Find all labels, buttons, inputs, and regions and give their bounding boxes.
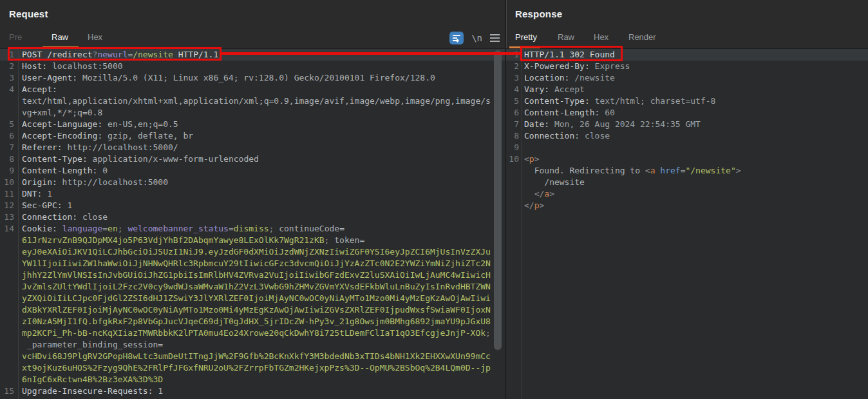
code-text: Accept-Encoding: gzip, deflate, br bbox=[22, 130, 193, 142]
code-segment: = bbox=[229, 224, 234, 233]
code-line: 8Connection: close bbox=[506, 130, 868, 142]
code-text: Connection: close bbox=[524, 130, 610, 142]
line-number: 12 bbox=[0, 200, 14, 211]
code-segment: Accept bbox=[549, 84, 585, 94]
code-line: yZXQiOiIiLCJpc0FjdGl2ZSI6dHJ1ZSwiY3JlYXR… bbox=[0, 293, 505, 304]
code-text: _parameter_binding_session= bbox=[22, 339, 163, 351]
code-text: Content-Type: text/html; charset=utf-8 bbox=[524, 95, 715, 107]
request-tab-pre[interactable]: Pre bbox=[9, 32, 22, 42]
code-line: vg+xml,*/*;q=0.8 bbox=[0, 107, 505, 119]
code-segment: Content-Type: bbox=[22, 154, 88, 164]
response-tab-pretty[interactable]: Pretty bbox=[515, 32, 537, 42]
code-line: eyJ0eXAiOiJKV1QiLCJhbGciOiJSUzI1NiJ9.eyJ… bbox=[0, 246, 505, 258]
code-line: xt9ojKuz6uHOS%2Fzyg9QhE%2FRlPfJFGxfNRU2o… bbox=[0, 362, 505, 374]
response-tab-bar: PrettyRawHexRender bbox=[506, 28, 868, 48]
code-text: Content-Type: application/x-www-form-url… bbox=[22, 153, 259, 165]
code-segment: HTTP/1.1 bbox=[173, 50, 218, 59]
show-newlines-icon[interactable]: \n bbox=[471, 33, 482, 43]
code-segment: 60 bbox=[599, 108, 614, 117]
code-text: Found. Redirecting to <a href="/newsite"… bbox=[524, 165, 741, 177]
code-line: YW1lIjoiIiwiZW1haWwiOiJjNHNwQHRlc3Rpbmcu… bbox=[0, 258, 505, 269]
code-segment: xt9ojKuz6uHOS%2Fzyg9QhE%2FRlPfJFGxfNRU2o… bbox=[22, 363, 491, 373]
response-tab-raw[interactable]: Raw bbox=[558, 32, 574, 42]
code-line: 11DNT: 1 bbox=[0, 188, 505, 200]
code-line: 6Content-Length: 60 bbox=[506, 107, 868, 119]
code-text: zI0NzA5MjI1fQ.bfgkRxF2p8VbGpJucVJqeC69dj… bbox=[22, 316, 491, 327]
response-gutter-separator bbox=[522, 49, 522, 399]
code-segment: jhhY2ZlYmVlNSIsInJvbGUiOiJhZG1pbiIsImRlb… bbox=[22, 270, 491, 280]
code-segment: ; bbox=[269, 224, 279, 233]
code-line: Found. Redirecting to <a href="/newsite"… bbox=[506, 165, 868, 177]
code-segment: vg+xml,*/*;q=0.8 bbox=[22, 108, 102, 117]
line-number: 6 bbox=[506, 107, 519, 119]
line-number: 14 bbox=[0, 223, 14, 235]
line-number: 1 bbox=[0, 49, 14, 61]
code-segment: Connection: bbox=[524, 131, 580, 141]
code-line: vcHDvi68J9PlgRV2GPopH8wLtc3umDeUtITngJjW… bbox=[0, 351, 505, 362]
prettify-toggle-icon[interactable] bbox=[449, 32, 464, 44]
line-number: 6 bbox=[0, 130, 14, 142]
code-segment: text/html,application/xhtml+xml,applicat… bbox=[22, 96, 491, 106]
request-editor[interactable]: 1POST /redirect?newurl=/newsite HTTP/1.1… bbox=[0, 48, 505, 399]
request-scrollbar-thumb[interactable] bbox=[494, 50, 502, 350]
code-text: eyJ0eXAiOiJKV1QiLCJhbGciOiJSUzI1NiJ9.eyJ… bbox=[22, 246, 491, 258]
code-segment: http://localhost:5000 bbox=[57, 177, 168, 187]
request-tab-hex[interactable]: Hex bbox=[88, 32, 102, 42]
code-line: </a> bbox=[506, 188, 868, 200]
request-tab-bar: PreRawHex bbox=[0, 28, 505, 48]
code-segment: zI0NzA5MjI1fQ.bfgkRxF2p8VbGpJucVJqeC69dj… bbox=[22, 316, 491, 326]
code-text: Location: /newsite bbox=[524, 72, 615, 84]
code-text: 61JrNzrvZnB9QJDpMX4jo5P63VdjYhBf2DAbqmYa… bbox=[22, 235, 364, 246]
code-segment: Location: bbox=[524, 73, 569, 83]
code-segment: continueCode= bbox=[279, 224, 344, 233]
editor-menu-icon[interactable] bbox=[490, 34, 500, 42]
code-line: 6Accept-Encoding: gzip, deflate, br bbox=[0, 130, 505, 142]
code-text: vcHDvi68J9PlgRV2GPopH8wLtc3umDeUtITngJjW… bbox=[22, 351, 491, 362]
code-segment: /newsite bbox=[569, 73, 614, 83]
code-text: Host: localhost:5000 bbox=[22, 61, 123, 72]
code-segment: JvZmlsZUltYWdlIjoiL2Fzc2V0cy9wdWJsaWMvaW… bbox=[22, 282, 491, 291]
code-line: mp2KCPi_Ph-bB-ncKqXIiazTMWRbbkK2lPTA0mu4… bbox=[0, 327, 505, 339]
code-line: 1HTTP/1.1 302 Found bbox=[506, 49, 868, 61]
request-panel-title: Request bbox=[9, 8, 48, 19]
code-segment: </ bbox=[534, 189, 545, 199]
code-line: 5Content-Type: text/html; charset=utf-8 bbox=[506, 95, 868, 107]
request-tab-raw[interactable]: Raw bbox=[52, 32, 68, 42]
line-number: 15 bbox=[0, 385, 14, 397]
code-segment bbox=[524, 189, 534, 199]
code-line: 7Date: Mon, 26 Aug 2024 22:54:35 GMT bbox=[506, 119, 868, 130]
code-segment: /newsite bbox=[133, 50, 173, 59]
code-text: Content-Length: 60 bbox=[524, 107, 615, 119]
code-segment: vcHDvi68J9PlgRV2GPopH8wLtc3umDeUtITngJjW… bbox=[22, 351, 491, 361]
code-segment: href bbox=[656, 166, 681, 175]
code-text: JvZmlsZUltYWdlIjoiL2Fzc2V0cy9wdWJsaWMvaW… bbox=[22, 281, 491, 293]
response-editor[interactable]: 1HTTP/1.1 302 Found2X-Powered-By: Expres… bbox=[506, 48, 868, 399]
code-line: 12Sec-GPC: 1 bbox=[0, 200, 505, 211]
code-segment: Upgrade-Insecure-Requests: bbox=[22, 386, 153, 396]
response-tab-render[interactable]: Render bbox=[628, 32, 656, 42]
line-number: 7 bbox=[0, 142, 14, 153]
code-segment bbox=[57, 224, 62, 233]
code-text: text/html,application/xhtml+xml,applicat… bbox=[22, 95, 491, 107]
code-segment: < bbox=[524, 154, 529, 164]
response-tab-hex[interactable]: Hex bbox=[594, 32, 609, 42]
request-editor-toolbar: \n bbox=[449, 30, 500, 46]
code-text: Date: Mon, 26 Aug 2024 22:54:35 GMT bbox=[524, 119, 701, 130]
code-segment: Mozilla/5.0 (X11; Linux x86_64; rv:128.0… bbox=[77, 73, 435, 83]
code-text: xt9ojKuz6uHOS%2Fzyg9QhE%2FRlPfJFGxfNRU2o… bbox=[22, 362, 491, 374]
response-panel-title: Response bbox=[515, 8, 562, 19]
response-panel: Response PrettyRawHexRender 1HTTP/1.1 30… bbox=[506, 0, 868, 399]
code-segment: YW1lIjoiIiwiZW1haWwiOiJjNHNwQHRlc3Rpbmcu… bbox=[22, 258, 491, 268]
code-segment: Content-Length: bbox=[22, 166, 97, 175]
code-segment: Accept-Encoding: bbox=[22, 131, 102, 141]
code-text: /newsite bbox=[524, 177, 585, 188]
code-text: vg+xml,*/*;q=0.8 bbox=[22, 107, 102, 119]
code-segment: gzip, deflate, br bbox=[102, 131, 193, 141]
code-line: 10<p> bbox=[506, 153, 868, 165]
line-number: 4 bbox=[506, 84, 519, 95]
code-text: Vary: Accept bbox=[524, 84, 585, 95]
code-line: 4Accept: bbox=[0, 84, 505, 95]
line-number: 9 bbox=[506, 142, 519, 153]
code-segment: > bbox=[549, 189, 554, 199]
line-number: 11 bbox=[0, 188, 14, 200]
